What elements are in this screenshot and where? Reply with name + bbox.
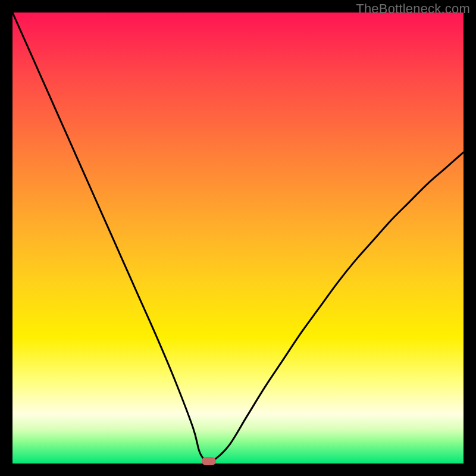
optimal-point-marker xyxy=(202,457,216,465)
chart-area xyxy=(12,12,464,464)
bottleneck-curve xyxy=(12,12,464,464)
watermark-text: TheBottleneck.com xyxy=(356,1,470,17)
